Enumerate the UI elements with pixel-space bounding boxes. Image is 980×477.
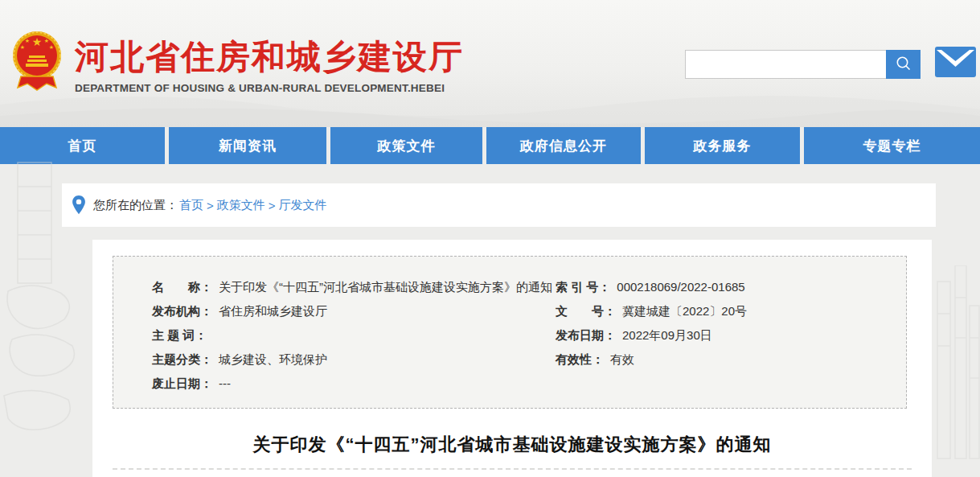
national-emblem: ★ ★ ★ ★ ★ bbox=[11, 27, 63, 97]
meta-value: 有效 bbox=[610, 352, 634, 366]
envelope-icon[interactable] bbox=[935, 47, 976, 77]
main-nav: 首页 新闻资讯 政策文件 政府信息公开 政务服务 专题专栏 bbox=[0, 127, 980, 164]
meta-value: 城乡建设、环境保护 bbox=[219, 352, 327, 366]
svg-text:★: ★ bbox=[25, 38, 30, 43]
breadcrumb-link-policy[interactable]: 政策文件 bbox=[217, 198, 265, 213]
breadcrumb-link-home[interactable]: 首页 bbox=[179, 198, 203, 213]
meta-row-document-number: 文 号：冀建城建〔2022〕20号 bbox=[556, 299, 747, 323]
article-card: 名 称：关于印发《“十四五”河北省城市基础设施建设实施方案》的通知 发布机构：省… bbox=[92, 240, 932, 477]
meta-row-subject-words: 主 题 词： bbox=[152, 323, 552, 347]
meta-label: 发布日期： bbox=[556, 328, 616, 342]
meta-label: 名 称： bbox=[152, 280, 212, 294]
article-title: 关于印发《“十四五”河北省城市基础设施建设实施方案》的通知 bbox=[92, 433, 932, 457]
magnifier-icon bbox=[895, 56, 912, 73]
meta-label: 有效性： bbox=[556, 352, 604, 366]
meta-label: 废止日期： bbox=[152, 376, 212, 390]
meta-value: 2022年09月30日 bbox=[622, 328, 712, 342]
meta-value: 冀建城建〔2022〕20号 bbox=[622, 304, 747, 318]
meta-row-index-number: 索 引 号：000218069/2022-01685 bbox=[556, 275, 747, 299]
nav-item-policy-documents[interactable]: 政策文件 bbox=[330, 127, 482, 164]
svg-text:★: ★ bbox=[49, 44, 54, 50]
document-meta-box: 名 称：关于印发《“十四五”河北省城市基础设施建设实施方案》的通知 发布机构：省… bbox=[113, 256, 907, 409]
site-subtitle: DEPARTMENT OF HOUSING & URBAN-RURAL DEVE… bbox=[75, 82, 464, 94]
nav-item-home[interactable]: 首页 bbox=[0, 127, 165, 164]
meta-column-left: 名 称：关于印发《“十四五”河北省城市基础设施建设实施方案》的通知 发布机构：省… bbox=[152, 275, 552, 396]
search-input[interactable] bbox=[685, 50, 887, 79]
meta-column-right: 索 引 号：000218069/2022-01685 文 号：冀建城建〔2022… bbox=[556, 275, 747, 372]
meta-row-validity: 有效性：有效 bbox=[556, 347, 747, 372]
meta-value: 关于印发《“十四五”河北省城市基础设施建设实施方案》的通知 bbox=[219, 280, 552, 294]
map-pin-icon bbox=[72, 195, 86, 216]
meta-row-publish-date: 发布日期：2022年09月30日 bbox=[556, 323, 747, 347]
meta-row-issuing-agency: 发布机构：省住房和城乡建设厅 bbox=[152, 299, 552, 323]
meta-value: --- bbox=[219, 376, 231, 390]
svg-text:★: ★ bbox=[20, 44, 25, 50]
site-title: 河北省住房和城乡建设厅 bbox=[75, 39, 464, 76]
svg-text:★: ★ bbox=[32, 35, 43, 48]
breadcrumb-prefix: 您所在的位置： bbox=[93, 198, 178, 213]
right-sketch-watermark bbox=[933, 265, 980, 475]
brand-block: 河北省住房和城乡建设厅 DEPARTMENT OF HOUSING & URBA… bbox=[75, 39, 464, 94]
svg-text:★: ★ bbox=[44, 38, 49, 43]
breadcrumb: 您所在的位置： 首页 > 政策文件 > 厅发文件 bbox=[62, 183, 936, 227]
breadcrumb-separator: > bbox=[207, 199, 214, 212]
breadcrumb-link-dept-files[interactable]: 厅发文件 bbox=[279, 198, 327, 213]
breadcrumb-separator: > bbox=[269, 199, 276, 212]
nav-item-government-info[interactable]: 政府信息公开 bbox=[486, 127, 641, 164]
site-header: ★ ★ ★ ★ ★ 河北省住房和城乡建设厅 DEPARTMENT OF HOUS… bbox=[0, 0, 980, 127]
nav-item-news[interactable]: 新闻资讯 bbox=[169, 127, 326, 164]
meta-label: 主 题 词： bbox=[152, 328, 207, 342]
meta-row-subject-category: 主题分类：城乡建设、环境保护 bbox=[152, 347, 552, 372]
meta-value: 省住房和城乡建设厅 bbox=[219, 304, 327, 318]
meta-label: 发布机构： bbox=[152, 304, 212, 318]
nav-item-special-topics[interactable]: 专题专栏 bbox=[804, 127, 980, 164]
meta-row-name: 名 称：关于印发《“十四五”河北省城市基础设施建设实施方案》的通知 bbox=[152, 275, 552, 299]
meta-label: 主题分类： bbox=[152, 352, 212, 366]
meta-value: 000218069/2022-01685 bbox=[617, 280, 744, 294]
meta-row-repeal-date: 废止日期：--- bbox=[152, 372, 552, 396]
meta-label: 索 引 号： bbox=[556, 280, 610, 294]
title-divider bbox=[113, 468, 912, 470]
meta-label: 文 号： bbox=[556, 304, 616, 318]
nav-item-government-services[interactable]: 政务服务 bbox=[645, 127, 800, 164]
search-button[interactable] bbox=[886, 50, 921, 79]
